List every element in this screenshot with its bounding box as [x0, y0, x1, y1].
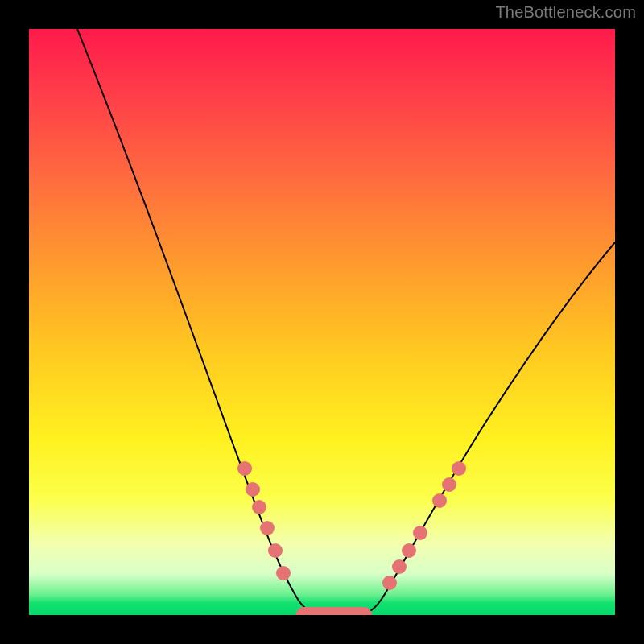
marker-dot: [442, 477, 456, 492]
marker-dot: [268, 543, 283, 558]
marker-dot: [276, 566, 291, 580]
marker-dot: [392, 559, 407, 574]
bottleneck-curve: [77, 29, 615, 615]
watermark-text: TheBottleneck.com: [495, 3, 636, 22]
curve-svg: [29, 29, 615, 615]
marker-dot: [413, 526, 427, 540]
marker-dot: [252, 500, 266, 514]
minimum-pill: [296, 607, 372, 615]
chart-frame: TheBottleneck.com: [0, 0, 644, 644]
marker-dot: [237, 461, 252, 476]
marker-dot: [260, 521, 275, 535]
marker-dot: [452, 461, 466, 476]
marker-dot: [382, 576, 397, 590]
marker-dot: [402, 543, 416, 558]
marker-dot: [432, 493, 447, 508]
marker-dot: [246, 482, 260, 497]
plot-area: [29, 29, 615, 615]
